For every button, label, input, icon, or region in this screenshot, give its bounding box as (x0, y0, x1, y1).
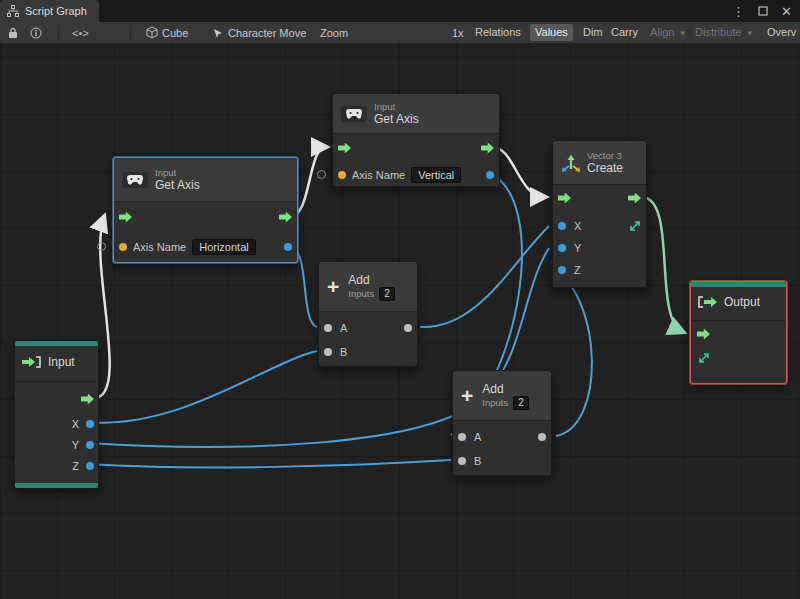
flow-row (691, 322, 786, 346)
gamepad-icon (341, 106, 367, 122)
port-row-b: B (319, 340, 417, 364)
inputs-count-field[interactable]: 2 (379, 287, 395, 301)
divider (691, 320, 786, 321)
port-x-out[interactable] (86, 420, 94, 428)
value-in-expand-icon[interactable] (698, 352, 710, 364)
relations-toggle[interactable]: Relations (470, 24, 526, 41)
result-out-port[interactable] (538, 433, 546, 441)
node-header[interactable]: + Add Inputs 2 (319, 262, 417, 312)
info-button[interactable] (30, 22, 42, 43)
unity-script-graph-window: Script Graph ⋮ ✕ <•> (0, 0, 800, 599)
port-row-a: A (453, 425, 551, 449)
carry-toggle[interactable]: Carry (606, 24, 643, 41)
axis-name-in-port[interactable] (338, 171, 346, 179)
gamepad-icon (122, 172, 148, 188)
port-row-z: Z (553, 259, 646, 281)
flow-out-port[interactable] (81, 394, 94, 405)
value-out-port[interactable] (486, 171, 494, 179)
node-category: Vector 3 (587, 150, 623, 161)
unconnected-port-circle[interactable] (317, 170, 326, 179)
port-z-out[interactable] (86, 462, 94, 470)
axis-name-in-port[interactable] (119, 243, 127, 251)
node-header[interactable]: Input (15, 348, 98, 376)
divider (15, 381, 98, 382)
close-icon[interactable]: ✕ (781, 4, 792, 19)
port-row-x: X (553, 215, 646, 237)
script-asset-label: Character Move (228, 27, 306, 39)
lock-button[interactable] (8, 22, 18, 43)
node-input-event[interactable]: Input X Y Z (14, 340, 99, 489)
tab-script-graph[interactable]: Script Graph (0, 0, 99, 22)
unconnected-port-circle[interactable] (97, 242, 106, 251)
flow-out-port[interactable] (481, 143, 494, 154)
script-asset[interactable]: Character Move (212, 22, 306, 43)
flow-out-port[interactable] (279, 212, 292, 223)
port-b-in[interactable] (324, 348, 332, 356)
node-add-2[interactable]: + Add Inputs 2 A B (452, 370, 552, 476)
flow-in-port[interactable] (697, 329, 710, 340)
port-b-in[interactable] (458, 457, 466, 465)
port-label: Z (574, 264, 581, 276)
flow-out-port[interactable] (628, 193, 641, 204)
output-event-icon (698, 296, 718, 308)
add-icon: + (461, 385, 473, 406)
node-get-axis-vertical[interactable]: Input Get Axis Axis Name Vertical (332, 93, 500, 187)
node-vector3-create[interactable]: Vector 3 Create X Y Z (552, 140, 647, 288)
port-label: Y (574, 242, 581, 254)
flow-in-port[interactable] (338, 143, 351, 154)
result-out-port[interactable] (404, 324, 412, 332)
node-get-axis-horizontal[interactable]: Input Get Axis Axis Name Horizontal (113, 157, 298, 263)
flow-in-port[interactable] (558, 193, 571, 204)
add-icon: + (327, 276, 339, 297)
node-output-event[interactable]: Output (690, 281, 787, 384)
port-a-in[interactable] (324, 324, 332, 332)
port-z-in[interactable] (558, 266, 566, 274)
event-bar (15, 483, 98, 488)
zoom-value: 1x (452, 22, 464, 43)
info-icon (30, 27, 42, 39)
port-y-out[interactable] (86, 441, 94, 449)
node-title: Add (482, 382, 528, 396)
values-toggle[interactable]: Values (530, 24, 573, 41)
vector-out-expand-icon[interactable] (629, 220, 641, 232)
port-label: Z (72, 460, 79, 472)
target-gameobject[interactable]: Cube (146, 22, 188, 43)
menu-icon[interactable]: ⋮ (732, 4, 745, 19)
dim-toggle[interactable]: Dim (578, 24, 608, 41)
flow-row (333, 134, 499, 162)
node-header[interactable]: Input Get Axis (333, 94, 499, 134)
node-title: Output (724, 295, 760, 309)
overview-toggle[interactable]: Overv (762, 24, 800, 41)
code-view-button[interactable]: <•> (72, 22, 89, 43)
cube-icon (146, 26, 158, 39)
port-y-in[interactable] (558, 244, 566, 252)
port-row-y: Y (553, 237, 646, 259)
maximize-icon[interactable] (758, 6, 768, 16)
value-out-port[interactable] (284, 243, 292, 251)
node-header[interactable]: Input Get Axis (114, 158, 297, 202)
port-row-x: X (15, 413, 98, 434)
param-label: Axis Name (133, 241, 186, 253)
code-view-icon: <•> (72, 27, 89, 39)
inputs-count-field[interactable]: 2 (513, 396, 529, 410)
chevron-down-icon: ▾ (681, 28, 686, 38)
port-label: A (474, 431, 481, 443)
node-header[interactable]: + Add Inputs 2 (453, 371, 551, 421)
port-row-a: A (319, 316, 417, 340)
axis-name-field[interactable]: Vertical (411, 167, 461, 183)
axis-name-field[interactable]: Horizontal (192, 239, 256, 255)
align-dropdown[interactable]: Align ▾ (645, 24, 690, 41)
port-x-in[interactable] (558, 222, 566, 230)
node-header[interactable]: Output (691, 289, 786, 315)
distribute-dropdown[interactable]: Distribute ▾ (690, 24, 757, 41)
port-a-in[interactable] (458, 433, 466, 441)
flow-row (15, 387, 98, 411)
node-add-1[interactable]: + Add Inputs 2 A B (318, 261, 418, 367)
chevron-down-icon: ▾ (748, 28, 753, 38)
input-event-icon (22, 356, 42, 368)
inputs-label: Inputs (482, 397, 508, 408)
node-header[interactable]: Vector 3 Create (553, 141, 646, 185)
port-label: X (574, 220, 581, 232)
flow-in-port[interactable] (119, 212, 132, 223)
script-graph-icon (7, 5, 19, 17)
